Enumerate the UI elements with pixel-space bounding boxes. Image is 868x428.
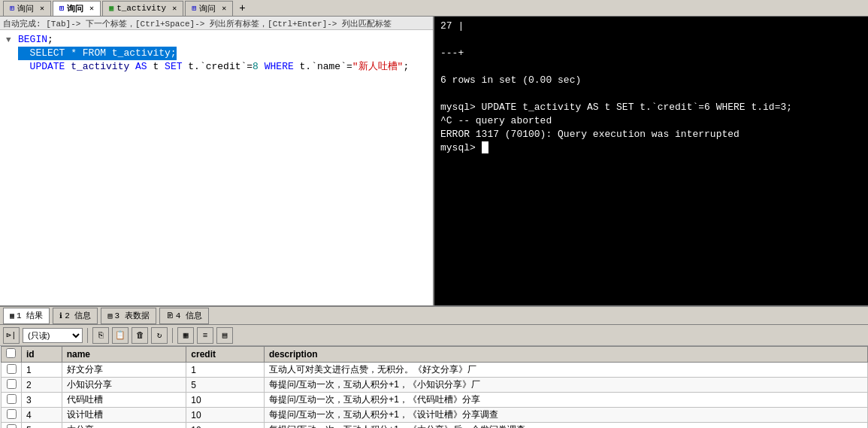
- terminal-line-3: ---+: [440, 47, 862, 60]
- col-credit[interactable]: credit: [186, 347, 265, 363]
- cell-credit: 1: [186, 363, 265, 378]
- cell-description: 每提问/互动一次，互动人积分+1，《设计吐槽》分享调查: [264, 408, 867, 423]
- paste-button[interactable]: 📋: [112, 327, 129, 344]
- delete-button[interactable]: 🗑: [132, 327, 148, 344]
- terminal-line-9: ERROR 1317 (70100): Query execution was …: [440, 128, 862, 141]
- data-table-wrapper[interactable]: id name credit description 1好文分享1互动人可对美文…: [0, 346, 868, 428]
- table-header-row: id name credit description: [2, 347, 868, 363]
- terminal-line-1: 27 |: [440, 20, 862, 33]
- table-row: 1好文分享1互动人可对美文进行点赞，无积分。《好文分享》厂: [2, 363, 868, 378]
- table-row: 5大分享10每提问/互动一次，互动人积分+1，《大分享》后，会发问卷调查: [2, 423, 868, 429]
- grid-view-button[interactable]: ▦: [177, 327, 194, 344]
- cell-description: 每提问/互动一次，互动人积分+1，《小知识分享》厂: [264, 378, 867, 393]
- cell-description: 每提问/互动一次，互动人积分+1，《大分享》后，会发问卷调查: [264, 423, 867, 429]
- cell-credit: 5: [186, 378, 265, 393]
- table-row: 4设计吐槽10每提问/互动一次，互动人积分+1，《设计吐槽》分享调查: [2, 408, 868, 423]
- terminal-line-6: [440, 87, 862, 101]
- data-table: id name credit description 1好文分享1互动人可对美文…: [0, 346, 868, 428]
- terminal-panel[interactable]: 27 | ---+ 6 rows in set (0.00 sec) mysql…: [434, 17, 868, 305]
- result-tab-3[interactable]: ▤ 3 表数据: [101, 308, 156, 324]
- main-content: 自动完成: [Tab]-> 下一个标签，[Ctrl+Space]-> 列出所有标…: [0, 17, 868, 305]
- cell-name: 大分享: [62, 423, 186, 429]
- cell-credit: 10: [186, 393, 265, 408]
- toolbar-sep-2: [172, 328, 173, 343]
- tab-query-3[interactable]: ⊞ 询问 ✕: [185, 1, 233, 16]
- col-id[interactable]: id: [22, 347, 62, 363]
- readonly-select[interactable]: (只读): [23, 328, 83, 343]
- row-checkbox[interactable]: [7, 424, 17, 429]
- cell-credit: 10: [186, 408, 265, 423]
- result-icon-4: 🖹: [166, 311, 174, 320]
- cell-name: 小知识分享: [62, 378, 186, 393]
- nav-first-button[interactable]: ⊳|: [3, 327, 20, 344]
- terminal-line-2: [440, 33, 862, 47]
- row-checkbox[interactable]: [7, 364, 17, 374]
- add-tab-button[interactable]: +: [234, 2, 250, 14]
- query-icon-2: ⊞: [59, 4, 64, 13]
- query-icon-1: ⊞: [10, 4, 14, 13]
- code-line-1: ▼ BEGIN;: [6, 33, 427, 47]
- cell-credit: 10: [186, 423, 265, 429]
- result-tab-4[interactable]: 🖹 4 信息: [159, 308, 209, 324]
- terminal-prompt: mysql>: [440, 141, 862, 155]
- col-description[interactable]: description: [264, 347, 867, 363]
- row-checkbox[interactable]: [7, 379, 17, 389]
- col-name[interactable]: name: [62, 347, 186, 363]
- cell-id: 1: [22, 363, 62, 378]
- refresh-button[interactable]: ↻: [151, 327, 168, 344]
- tab-query-2[interactable]: ⊞ 询问 ✕: [53, 1, 101, 16]
- cell-description: 互动人可对美文进行点赞，无积分。《好文分享》厂: [264, 363, 867, 378]
- select-all-checkbox[interactable]: [6, 348, 16, 358]
- result-icon-2: ℹ: [59, 311, 62, 320]
- result-tabs: ▦ 1 结果 ℹ 2 信息 ▤ 3 表数据 🖹 4 信息: [0, 307, 868, 325]
- bottom-panel: ▦ 1 结果 ℹ 2 信息 ▤ 3 表数据 🖹 4 信息 ⊳| (只读) ⎘ 📋…: [0, 305, 868, 428]
- result-tab-2[interactable]: ℹ 2 信息: [53, 308, 98, 324]
- row-checkbox[interactable]: [7, 394, 17, 404]
- editor-content[interactable]: ▼ BEGIN; SELECT * FROM t_activity; UPDAT…: [0, 30, 433, 305]
- table-row: 3代码吐槽10每提问/互动一次，互动人积分+1，《代码吐槽》分享: [2, 393, 868, 408]
- tab-query-1[interactable]: ⊞ 询问 ✕: [3, 1, 51, 16]
- row-checkbox[interactable]: [7, 409, 17, 419]
- cell-name: 代码吐槽: [62, 393, 186, 408]
- result-tab-1[interactable]: ▦ 1 结果: [3, 308, 50, 324]
- result-icon-3: ▤: [107, 311, 112, 320]
- cell-id: 4: [22, 408, 62, 423]
- cursor: [482, 141, 488, 153]
- autocomplete-bar: 自动完成: [Tab]-> 下一个标签，[Ctrl+Space]-> 列出所有标…: [0, 17, 433, 30]
- terminal-line-4: [440, 60, 862, 74]
- copy-button[interactable]: ⎘: [92, 327, 109, 344]
- cell-description: 每提问/互动一次，互动人积分+1，《代码吐槽》分享: [264, 393, 867, 408]
- cell-id: 5: [22, 423, 62, 429]
- table-row: 2小知识分享5每提问/互动一次，互动人积分+1，《小知识分享》厂: [2, 378, 868, 393]
- editor-panel: 自动完成: [Tab]-> 下一个标签，[Ctrl+Space]-> 列出所有标…: [0, 17, 434, 305]
- terminal-line-8: ^C -- query aborted: [440, 114, 862, 128]
- query-icon-3: ⊞: [192, 4, 196, 13]
- text-view-button[interactable]: ▤: [216, 327, 233, 344]
- terminal-line-5: 6 rows in set (0.00 sec): [440, 74, 862, 87]
- line-marker-1: ▼: [6, 33, 18, 47]
- col-checkbox: [2, 347, 22, 363]
- cell-id: 2: [22, 378, 62, 393]
- cell-name: 设计吐槽: [62, 408, 186, 423]
- table-icon: ▦: [109, 4, 113, 13]
- cell-name: 好文分享: [62, 363, 186, 378]
- toolbar-row: ⊳| (只读) ⎘ 📋 🗑 ↻ ▦ ≡ ▤: [0, 325, 868, 346]
- tab-t-activity[interactable]: ▦ t_activity ✕: [102, 1, 183, 16]
- tab-bar: ⊞ 询问 ✕ ⊞ 询问 ✕ ▦ t_activity ✕ ⊞ 询问 ✕ +: [0, 0, 868, 17]
- cell-id: 3: [22, 393, 62, 408]
- code-line-3: UPDATE t_activity AS t SET t.`credit`=8 …: [6, 60, 427, 74]
- result-icon-1: ▦: [10, 311, 14, 320]
- toolbar-sep-1: [87, 328, 88, 343]
- code-line-2: SELECT * FROM t_activity;: [6, 47, 427, 60]
- list-view-button[interactable]: ≡: [197, 327, 213, 344]
- terminal-line-7: mysql> UPDATE t_activity AS t SET t.`cre…: [440, 101, 862, 114]
